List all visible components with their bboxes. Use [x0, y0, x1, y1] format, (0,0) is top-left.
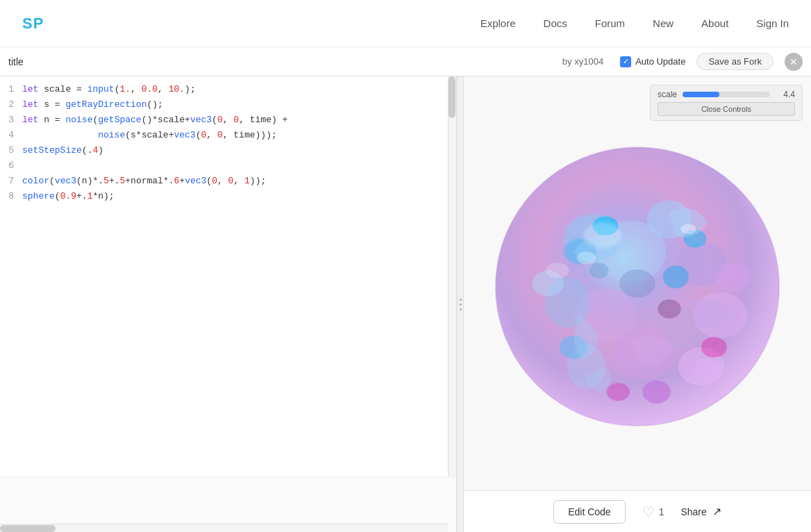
line-number: 6: [0, 158, 22, 174]
code-line: 4 noise(s*scale+vec3(0, 0, time)));: [0, 128, 456, 143]
line-number: 2: [0, 97, 22, 113]
auto-update-toggle[interactable]: Auto Update: [620, 56, 685, 67]
nav-about[interactable]: About: [701, 17, 728, 29]
scrollbar-h-thumb[interactable]: [0, 525, 56, 532]
nav-docs[interactable]: Docs: [544, 17, 567, 29]
line-number: 7: [0, 174, 22, 189]
scale-label: scale: [658, 90, 677, 99]
like-button[interactable]: ♡ 1: [642, 504, 664, 520]
handle-dot: [460, 308, 462, 310]
svg-point-23: [658, 299, 680, 319]
save-fork-button[interactable]: Save as Fork: [696, 53, 774, 70]
code-line: 8 sphere(0.9+.1*n);: [0, 189, 456, 204]
svg-point-25: [583, 223, 621, 249]
line-number: 5: [0, 143, 22, 158]
svg-point-24: [590, 263, 609, 279]
line-number: 1: [0, 82, 22, 97]
svg-point-27: [681, 224, 696, 234]
vertical-scrollbar[interactable]: [448, 76, 456, 532]
horizontal-scrollbar[interactable]: [0, 524, 448, 532]
line-content: noise(s*scale+vec3(0, 0, time)));: [22, 128, 277, 143]
sphere-svg: [478, 110, 797, 457]
svg-point-14: [642, 381, 670, 404]
code-line: 3 let n = noise(getSpace()*scale+vec3(0,…: [0, 113, 456, 128]
scrollbar-thumb[interactable]: [449, 76, 455, 118]
edit-code-button[interactable]: Edit Code: [553, 500, 625, 524]
line-content: let n = noise(getSpace()*scale+vec3(0, 0…: [22, 113, 287, 128]
preview-footer: Edit Code ♡ 1 Share ↗: [464, 490, 811, 532]
nav-new[interactable]: New: [653, 17, 674, 29]
svg-point-19: [701, 337, 727, 357]
line-number: 3: [0, 113, 22, 128]
navbar: SP Explore Docs Forum New About Sign In: [0, 0, 811, 47]
share-label: Share: [680, 506, 706, 517]
close-icon: ✕: [789, 56, 798, 67]
code-line: 1 let scale = input(1., 0.0, 10.);: [0, 82, 456, 97]
nav-links: Explore Docs Forum New About Sign In: [480, 17, 789, 29]
svg-point-13: [663, 265, 689, 288]
line-content: let s = getRayDirection();: [22, 97, 163, 113]
code-line: 7 color(vec3(n)*.5+.5+normal*.6+vec3(0, …: [0, 174, 456, 189]
nav-signin[interactable]: Sign In: [756, 17, 789, 29]
close-button[interactable]: ✕: [785, 53, 803, 71]
auto-update-checkbox[interactable]: [620, 56, 631, 67]
svg-point-20: [607, 383, 630, 401]
3d-preview: [464, 76, 811, 490]
line-number: 8: [0, 189, 22, 204]
nav-explore[interactable]: Explore: [480, 17, 516, 29]
code-editor[interactable]: 1 let scale = input(1., 0.0, 10.); 2 let…: [0, 76, 456, 476]
auto-update-label: Auto Update: [635, 56, 685, 67]
close-controls-button[interactable]: Close Controls: [658, 102, 795, 116]
svg-point-22: [619, 269, 655, 297]
line-content: color(vec3(n)*.5+.5+normal*.6+vec3(0, 0,…: [22, 174, 266, 189]
handle-dot: [460, 304, 462, 306]
scale-value: 4.4: [776, 90, 795, 99]
editor-toolbar: title by xy1004 Auto Update Save as Fork…: [0, 47, 811, 76]
code-panel: 1 let scale = input(1., 0.0, 10.); 2 let…: [0, 76, 457, 532]
svg-point-15: [715, 263, 751, 291]
controls-panel: scale 4.4 Close Controls: [650, 85, 803, 121]
resize-handle[interactable]: [457, 76, 464, 532]
heart-icon: ♡: [642, 504, 655, 520]
svg-point-26: [577, 251, 596, 264]
line-content: sphere(0.9+.1*n);: [22, 189, 115, 204]
main-layout: 1 let scale = input(1., 0.0, 10.); 2 let…: [0, 76, 811, 532]
scale-slider[interactable]: [683, 92, 770, 97]
code-line: 5 setStepSize(.4): [0, 143, 456, 158]
line-content: let scale = input(1., 0.0, 10.);: [22, 82, 196, 97]
code-line: 2 let s = getRayDirection();: [0, 97, 456, 113]
handle-dot: [460, 299, 462, 301]
svg-point-28: [546, 263, 569, 279]
like-count: 1: [659, 506, 664, 517]
preview-panel: scale 4.4 Close Controls: [464, 76, 811, 532]
code-minimap: [0, 476, 456, 532]
scale-fill: [683, 92, 719, 97]
logo[interactable]: SP: [22, 15, 44, 33]
line-number: 4: [0, 128, 22, 143]
scale-control: scale 4.4: [658, 90, 795, 99]
share-icon: ↗: [712, 505, 721, 518]
nav-forum[interactable]: Forum: [595, 17, 625, 29]
editor-author: by xy1004: [562, 56, 603, 67]
code-line: 6: [0, 158, 456, 174]
line-content: setStepSize(.4): [22, 143, 103, 158]
editor-title: title: [8, 56, 24, 67]
share-button[interactable]: Share ↗: [680, 505, 721, 518]
